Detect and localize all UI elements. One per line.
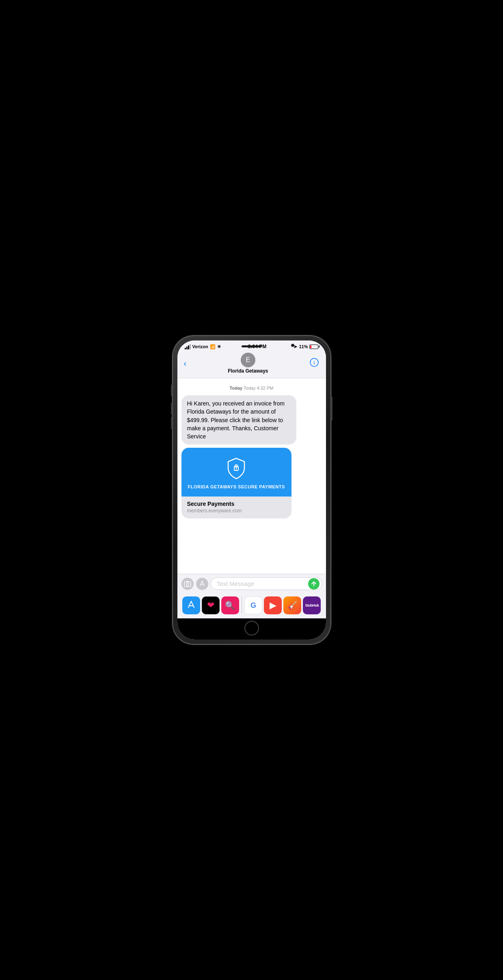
camera-dot xyxy=(291,344,294,347)
battery xyxy=(309,345,318,349)
shield-icon xyxy=(227,457,246,479)
status-left: Verizon 📶 ✳ xyxy=(185,344,221,349)
activity-icon: ✳ xyxy=(217,344,221,349)
status-right: ➤ 11% xyxy=(294,344,318,349)
bar2 xyxy=(186,347,188,349)
svg-point-6 xyxy=(186,583,189,585)
home-indicator-area xyxy=(177,618,326,640)
input-row: Text Message xyxy=(181,577,322,590)
contact-avatar[interactable]: E xyxy=(241,353,255,367)
bar1 xyxy=(185,348,186,349)
home-button[interactable] xyxy=(244,621,259,635)
link-preview-url: members.everyware.com xyxy=(187,508,286,514)
nav-bar: ‹ E Florida Getaways i xyxy=(177,351,326,378)
svg-text:i: i xyxy=(314,360,315,366)
camera-button[interactable] xyxy=(181,578,194,590)
text-input-placeholder: Text Message xyxy=(217,580,255,587)
send-button[interactable] xyxy=(308,578,320,590)
battery-body xyxy=(309,345,318,349)
dock-app-youtube[interactable]: ▶ xyxy=(264,596,282,614)
bar4 xyxy=(190,344,191,349)
input-area: Text Message xyxy=(177,574,326,593)
link-preview-card[interactable]: FLORIDA GETAWAYS SECURE PAYMENTS Secure … xyxy=(181,448,291,518)
dock-app-appstore[interactable] xyxy=(182,596,200,614)
battery-percent: 11% xyxy=(299,344,308,349)
wifi-icon: 📶 xyxy=(210,344,216,349)
dock-app-google[interactable]: G xyxy=(244,596,262,614)
dock: ❤ 🔍 G ▶ 🎸 StubHub xyxy=(177,593,326,618)
signal-bars xyxy=(185,344,191,349)
dock-app-guitar[interactable]: 🎸 xyxy=(283,596,301,614)
phone-device: Verizon 📶 ✳ 8:04 PM ➤ 11% ‹ E Florida Ge… xyxy=(173,336,331,644)
link-preview-page-title: Secure Payments xyxy=(187,501,286,507)
svg-rect-5 xyxy=(184,582,191,587)
message-timestamp: Today Today 4:32 PM xyxy=(181,386,322,390)
dock-app-stubhub[interactable]: StubHub xyxy=(303,596,321,614)
link-preview-content: Secure Payments members.everyware.com xyxy=(181,497,291,518)
link-preview-banner: FLORIDA GETAWAYS SECURE PAYMENTS xyxy=(181,448,291,497)
dock-app-search[interactable]: 🔍 xyxy=(221,596,239,614)
contact-name: Florida Getaways xyxy=(228,368,268,374)
svg-rect-7 xyxy=(186,581,189,582)
speaker xyxy=(242,345,262,347)
location-icon: ➤ xyxy=(294,344,297,349)
info-button[interactable]: i xyxy=(309,358,319,369)
battery-fill xyxy=(310,345,311,348)
link-preview-overlay-title: FLORIDA GETAWAYS SECURE PAYMENTS xyxy=(188,484,285,489)
nav-center: E Florida Getaways xyxy=(228,353,268,374)
dock-divider xyxy=(242,597,242,614)
phone-screen: Verizon 📶 ✳ 8:04 PM ➤ 11% ‹ E Florida Ge… xyxy=(177,340,326,640)
dock-app-social[interactable]: ❤ xyxy=(202,596,220,614)
messages-area: Today Today 4:32 PM Hi Karen, you receiv… xyxy=(177,378,326,574)
message-bubble: Hi Karen, you received an invoice from F… xyxy=(181,395,297,444)
dock-apps: ❤ 🔍 G ▶ 🎸 StubHub xyxy=(182,596,321,614)
back-button[interactable]: ‹ xyxy=(184,359,187,368)
appstore-button[interactable] xyxy=(196,578,208,590)
text-input-wrap[interactable]: Text Message xyxy=(211,577,322,590)
bar3 xyxy=(188,345,189,349)
carrier-label: Verizon xyxy=(192,344,208,349)
